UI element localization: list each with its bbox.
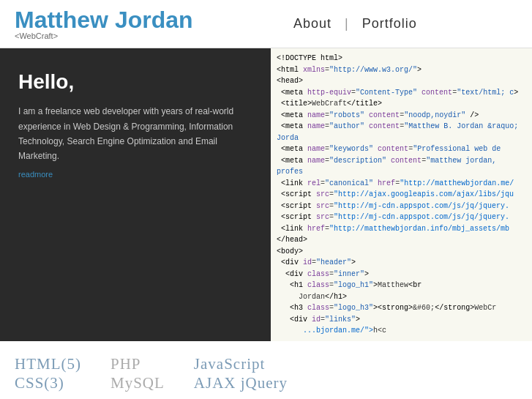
site-name: Matthew Jordan bbox=[15, 7, 193, 33]
hero-code-area: <!DOCTYPE html> <html xmlns="http://www.… bbox=[271, 48, 532, 341]
skill-php-mysql: PHPMySQL bbox=[110, 354, 165, 393]
skills-section: HTML(5)CSS(3) PHPMySQL JavaScriptAJAX jQ… bbox=[0, 341, 532, 399]
header: Matthew Jordan <WebCraft> About | Portfo… bbox=[0, 0, 532, 48]
skill-html-css: HTML(5)CSS(3) bbox=[15, 354, 81, 393]
nav-divider: | bbox=[345, 16, 349, 31]
hero-text-area: Hello, I am a freelance web developer wi… bbox=[0, 48, 271, 341]
main-nav: About | Portfolio bbox=[193, 16, 517, 31]
nav-about[interactable]: About bbox=[293, 16, 331, 31]
hero-greeting: Hello, bbox=[18, 70, 252, 94]
hero-description: I am a freelance web developer with year… bbox=[18, 104, 252, 164]
readmore-link[interactable]: readmore bbox=[18, 170, 53, 179]
skill-js-ajax: JavaScriptAJAX jQuery bbox=[194, 354, 288, 393]
code-display: <!DOCTYPE html> <html xmlns="http://www.… bbox=[271, 48, 532, 341]
nav-portfolio[interactable]: Portfolio bbox=[362, 16, 417, 31]
hero-section: Hello, I am a freelance web developer wi… bbox=[0, 48, 532, 341]
logo-area: Matthew Jordan <WebCraft> bbox=[15, 7, 193, 40]
